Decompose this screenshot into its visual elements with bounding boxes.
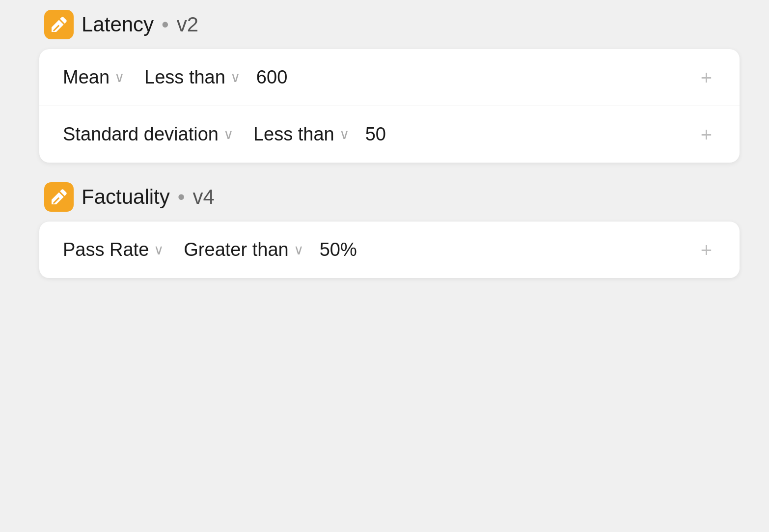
section-factuality: Factuality•v4 Pass Rate ∨ Greater than ∨… xyxy=(39,182,740,278)
card-row-factuality-0: Pass Rate ∨ Greater than ∨ 50%+ xyxy=(39,222,740,278)
condition-dropdown-factuality-0[interactable]: Greater than ∨ xyxy=(184,239,303,260)
condition-dropdown-latency-1[interactable]: Less than ∨ xyxy=(253,124,350,145)
condition-chevron-factuality-0: ∨ xyxy=(294,243,304,257)
metric-dropdown-factuality-0[interactable]: Pass Rate ∨ xyxy=(63,239,164,260)
section-name-factuality: Factuality xyxy=(82,185,170,209)
add-button-latency-1[interactable]: + xyxy=(697,125,716,144)
condition-label-factuality-0: Greater than xyxy=(184,239,288,260)
value-factuality-0: 50% xyxy=(320,239,357,260)
sections-container: Latency•v2 Mean ∨ Less than ∨ 600+ Stand… xyxy=(39,10,740,278)
metric-dropdown-latency-0[interactable]: Mean ∨ xyxy=(63,67,125,88)
dropdown-group-latency-0: Mean ∨ Less than ∨ 600 xyxy=(63,67,681,88)
value-latency-1: 50 xyxy=(365,124,386,145)
condition-chevron-latency-1: ∨ xyxy=(339,128,350,141)
hammer-icon-factuality xyxy=(44,182,74,212)
section-header-factuality: Factuality•v4 xyxy=(39,182,740,212)
card-row-latency-0: Mean ∨ Less than ∨ 600+ xyxy=(39,49,740,106)
metric-chevron-latency-0: ∨ xyxy=(114,71,125,84)
page-container: Latency•v2 Mean ∨ Less than ∨ 600+ Stand… xyxy=(29,10,740,278)
card-latency: Mean ∨ Less than ∨ 600+ Standard deviati… xyxy=(39,49,740,163)
hammer-icon-latency xyxy=(44,10,74,39)
metric-chevron-factuality-0: ∨ xyxy=(154,243,164,257)
metric-label-latency-1: Standard deviation xyxy=(63,124,219,145)
metric-label-latency-0: Mean xyxy=(63,67,110,88)
dropdown-group-factuality-0: Pass Rate ∨ Greater than ∨ 50% xyxy=(63,239,681,260)
condition-chevron-latency-0: ∨ xyxy=(230,71,241,84)
add-button-latency-0[interactable]: + xyxy=(697,68,716,87)
section-bullet-factuality: • xyxy=(178,185,185,209)
section-version-latency: v2 xyxy=(177,13,198,36)
condition-dropdown-latency-0[interactable]: Less than ∨ xyxy=(144,67,241,88)
metric-label-factuality-0: Pass Rate xyxy=(63,239,149,260)
section-bullet-latency: • xyxy=(162,13,169,36)
condition-label-latency-1: Less than xyxy=(253,124,334,145)
card-factuality: Pass Rate ∨ Greater than ∨ 50%+ xyxy=(39,222,740,278)
section-header-latency: Latency•v2 xyxy=(39,10,740,39)
value-latency-0: 600 xyxy=(256,67,287,88)
section-version-factuality: v4 xyxy=(192,185,214,209)
section-latency: Latency•v2 Mean ∨ Less than ∨ 600+ Stand… xyxy=(39,10,740,163)
condition-label-latency-0: Less than xyxy=(144,67,225,88)
card-row-latency-1: Standard deviation ∨ Less than ∨ 50+ xyxy=(39,106,740,163)
section-name-latency: Latency xyxy=(82,13,154,36)
metric-dropdown-latency-1[interactable]: Standard deviation ∨ xyxy=(63,124,234,145)
dropdown-group-latency-1: Standard deviation ∨ Less than ∨ 50 xyxy=(63,124,681,145)
section-title-latency: Latency•v2 xyxy=(82,13,198,36)
metric-chevron-latency-1: ∨ xyxy=(223,128,234,141)
section-title-factuality: Factuality•v4 xyxy=(82,185,215,209)
add-button-factuality-0[interactable]: + xyxy=(697,240,716,260)
